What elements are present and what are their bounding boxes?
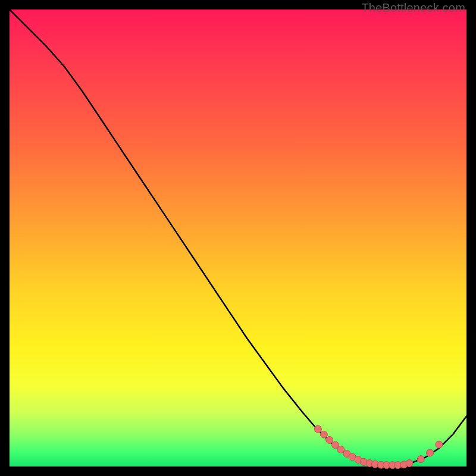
marker-point — [427, 449, 434, 456]
marker-point — [326, 437, 333, 444]
highlight-markers — [314, 425, 443, 469]
marker-point — [417, 456, 424, 463]
chart-svg — [10, 10, 466, 466]
marker-point — [320, 431, 327, 438]
chart-frame: TheBottleneck.com — [0, 0, 476, 476]
plot-area — [10, 10, 466, 466]
series-curve — [10, 10, 466, 465]
watermark-text: TheBottleneck.com — [361, 1, 465, 15]
marker-point — [314, 425, 321, 433]
marker-point — [436, 441, 443, 448]
marker-point — [406, 460, 413, 467]
